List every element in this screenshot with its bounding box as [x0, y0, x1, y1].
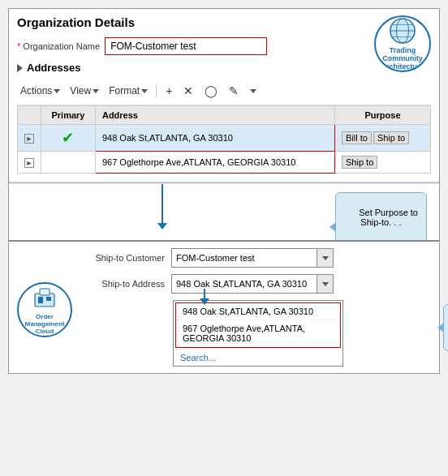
dropdown-items-bordered: 948 Oak St,ATLANTA, GA 30310 967 Ogletho…	[175, 302, 341, 348]
search-label[interactable]: Search...	[180, 353, 216, 362]
col-expand	[18, 106, 41, 125]
ship-to-button[interactable]: Ship to	[373, 131, 409, 144]
row1-purpose: Bill toShip to	[335, 125, 431, 152]
arrow-line	[162, 184, 163, 225]
more-dropdown-arrow-icon	[250, 89, 256, 93]
callout-arrow-icon	[330, 222, 336, 232]
callout-display-address: . . .to display address in Ship-to Addre…	[443, 304, 448, 351]
ship-to-address-label: Ship-to Address	[82, 279, 171, 289]
arrow-head-icon	[157, 223, 167, 229]
bill-to-button[interactable]: Bill to	[342, 131, 372, 144]
dropdown-panel-wrapper: 948 Oak St,ATLANTA, GA 30310 967 Ogletho…	[173, 300, 431, 367]
ship-to-customer-label: Ship-to Customer	[82, 253, 171, 263]
toolbar: Actions View Format + ✕ ◯ ✎	[17, 79, 431, 105]
omc-icon	[33, 285, 56, 312]
toolbar-separator	[156, 84, 157, 97]
dropdown-item[interactable]: 967 Oglethorpe Ave,ATLANTA, GEORGIA 3031…	[176, 320, 340, 347]
row2-expand[interactable]: ►	[18, 152, 41, 174]
row1-primary: ✔	[41, 125, 96, 152]
tca-line2: Community	[382, 54, 423, 62]
addresses-section-header: Addresses	[17, 62, 431, 74]
add-button[interactable]: +	[162, 82, 176, 100]
tca-globe-icon	[388, 17, 417, 45]
org-name-label: * Organization Name	[17, 41, 105, 51]
svg-rect-6	[38, 297, 43, 303]
dropdown-search[interactable]: Search...	[174, 349, 342, 366]
omc-graphic	[33, 285, 56, 308]
col-address-header: Address	[95, 106, 334, 125]
actions-dropdown-arrow-icon	[54, 89, 60, 93]
main-container: Trading Community Architecture Organizat…	[8, 8, 440, 374]
ship-to-customer-input[interactable]	[172, 251, 317, 265]
tca-logo: Trading Community Architecture	[374, 15, 431, 72]
format-dropdown-arrow-icon	[141, 89, 148, 93]
org-name-row: * Organization Name	[17, 37, 431, 55]
primary-check-icon: ✔	[62, 130, 74, 146]
address-table: Primary Address Purpose ► ✔ 948 Oak St,A…	[17, 105, 431, 174]
row2-address: 967 Oglethorpe Ave,ATLANTA, GEORGIA 3031…	[95, 152, 334, 174]
addresses-title: Addresses	[27, 62, 80, 74]
actions-button[interactable]: Actions	[17, 84, 63, 98]
ship-to-customer-dropdown-arrow-icon[interactable]	[317, 249, 333, 267]
arrow-icon	[322, 256, 329, 260]
callout2-arrow-icon	[437, 323, 444, 332]
edit-button[interactable]: ✎	[225, 82, 243, 100]
address-dropdown-panel: 948 Oak St,ATLANTA, GA 30310 967 Ogletho…	[173, 300, 343, 367]
dropdown-arrow-head-icon	[200, 298, 209, 305]
row1-address: 948 Oak St,ATLANTA, GA 30310	[95, 125, 334, 152]
expand-icon[interactable]: ►	[24, 134, 34, 144]
row2-primary	[41, 152, 96, 174]
ship-to-address-row: Ship-to Address	[82, 274, 431, 294]
col-primary-header: Primary	[41, 106, 96, 125]
ship-to-customer-row: Ship-to Customer	[82, 248, 431, 268]
expand-icon[interactable]: ►	[24, 158, 34, 168]
tca-line1: Trading	[390, 46, 416, 54]
org-name-input[interactable]	[105, 37, 267, 55]
bottom-form: Ship-to Customer Ship-to Address	[82, 248, 431, 367]
ship-to-button-row2[interactable]: Ship to	[342, 156, 377, 169]
delete-button[interactable]: ✕	[179, 82, 197, 100]
page-title: Organization Details	[17, 15, 431, 29]
ship-to-address-dropdown-arrow-icon[interactable]	[317, 275, 333, 293]
svg-rect-8	[40, 289, 50, 295]
bottom-section: Order Management Cloud Ship-to Customer …	[9, 240, 439, 373]
row2-purpose: Ship to	[335, 152, 431, 174]
view-button[interactable]: View	[67, 84, 102, 98]
table-row[interactable]: ► 967 Oglethorpe Ave,ATLANTA, GEORGIA 30…	[18, 152, 431, 174]
collapse-triangle-icon[interactable]	[17, 64, 23, 72]
ship-to-customer-field[interactable]	[171, 248, 334, 268]
table-row[interactable]: ► ✔ 948 Oak St,ATLANTA, GA 30310 Bill to…	[18, 125, 431, 152]
format-button[interactable]: Format	[106, 84, 151, 98]
approve-button[interactable]: ◯	[200, 82, 222, 100]
more-button[interactable]	[246, 87, 261, 96]
dropdown-item[interactable]: 948 Oak St,ATLANTA, GA 30310	[176, 303, 340, 320]
svg-rect-7	[46, 297, 51, 301]
callout-area: Set Purpose to Ship-to. . .	[9, 183, 439, 240]
ship-to-address-field[interactable]	[171, 274, 334, 294]
arrow-icon	[322, 282, 329, 286]
omc-logo: Order Management Cloud	[17, 282, 72, 337]
ship-to-address-input[interactable]	[172, 277, 317, 291]
row1-expand[interactable]: ►	[18, 125, 41, 152]
col-purpose-header: Purpose	[335, 106, 431, 125]
view-dropdown-arrow-icon	[93, 89, 99, 93]
top-section: Trading Community Architecture Organizat…	[9, 9, 439, 183]
